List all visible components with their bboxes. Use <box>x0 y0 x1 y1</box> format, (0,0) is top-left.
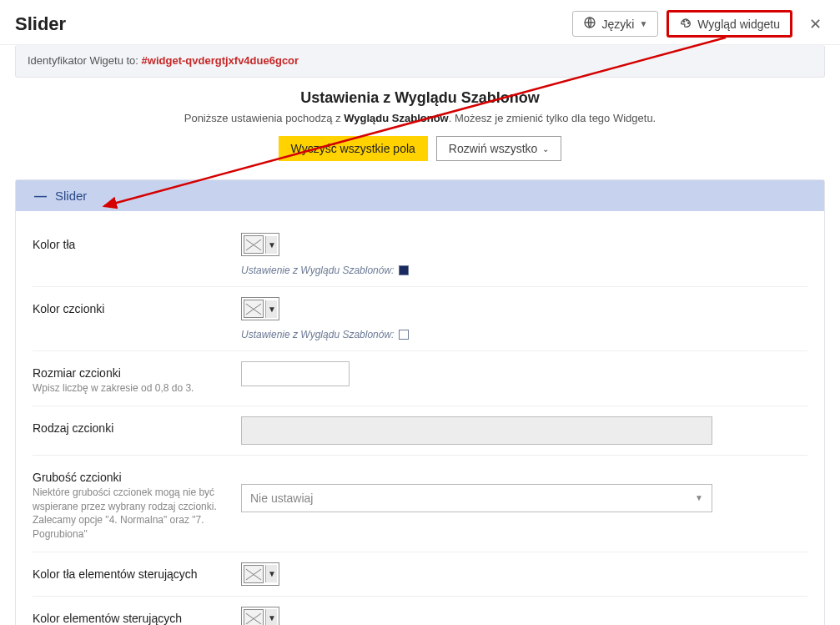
dropdown-arrow-icon: ▼ <box>265 565 277 582</box>
font-weight-select[interactable]: Nie ustawiaj ▼ <box>241 484 712 512</box>
label-font-size: Rozmiar czcionki <box>33 366 228 380</box>
appearance-label: Wygląd widgetu <box>697 18 780 31</box>
template-swatch-navy-icon <box>399 265 409 275</box>
topbar-actions: Języki ▼ Wygląd widgetu ✕ <box>572 10 825 38</box>
widget-appearance-button[interactable]: Wygląd widgetu <box>666 10 792 38</box>
label-font-color: Kolor czcionki <box>33 302 228 315</box>
topbar: Slider Języki ▼ Wygląd widgetu ✕ <box>0 0 840 45</box>
sub-after: . Możesz je zmienić tylko dla tego Widge… <box>449 112 656 124</box>
paint-icon <box>679 16 692 32</box>
widget-id-label: Identyfikator Wigetu to: <box>28 54 142 67</box>
dropdown-arrow-icon: ▼ <box>265 236 277 254</box>
font-color-note-text: Ustawienie z Wyglądu Szablonów: <box>241 329 394 340</box>
slider-panel-header[interactable]: — Slider <box>16 180 824 211</box>
hint-font-weight: Niektóre grubości czcionek mogą nie być … <box>33 486 228 542</box>
clear-all-button[interactable]: Wyczyść wszystkie pola <box>279 136 428 161</box>
bg-color-note-text: Ustawienie z Wyglądu Szablonów: <box>241 265 394 276</box>
empty-swatch-icon <box>244 609 264 625</box>
languages-button[interactable]: Języki ▼ <box>572 11 658 37</box>
dropdown-arrow-icon: ▼ <box>265 609 277 625</box>
label-ctrl-bg: Kolor tła elementów sterujących <box>33 567 228 581</box>
row-ctrl-bg: Kolor tła elementów sterujących ▼ <box>33 552 807 596</box>
settings-subheading: Poniższe ustawienia pochodzą z Wyglądu S… <box>15 112 825 124</box>
template-swatch-blank-icon <box>399 330 409 340</box>
dropdown-arrow-icon: ▼ <box>265 300 277 318</box>
svg-point-3 <box>688 23 689 23</box>
label-font-weight: Grubość czcionki <box>33 471 228 484</box>
ctrl-bg-color-picker[interactable]: ▼ <box>241 562 279 586</box>
empty-swatch-icon <box>244 565 264 583</box>
collapse-icon: — <box>34 189 47 203</box>
slider-panel: — Slider Kolor tła ▼ Ustawienie z Wygląd… <box>15 179 825 625</box>
svg-point-1 <box>684 21 685 22</box>
label-font-family: Rodzaj czcionki <box>33 421 228 435</box>
empty-swatch-icon <box>244 235 264 254</box>
slider-panel-body: Kolor tła ▼ Ustawienie z Wyglądu Szablon… <box>16 211 824 625</box>
row-font-weight: Grubość czcionki Niektóre grubości czcio… <box>33 455 807 552</box>
globe-icon <box>583 16 596 32</box>
chevron-down-icon: ⌄ <box>542 144 549 154</box>
font-color-note: Ustawienie z Wyglądu Szablonów: <box>241 329 807 340</box>
widget-id-value: #widget-qvdergtjxfv4due6gcor <box>142 54 299 67</box>
bg-color-picker[interactable]: ▼ <box>241 233 279 256</box>
sub-before: Poniższe ustawienia pochodzą z <box>184 112 345 124</box>
font-size-input[interactable] <box>241 361 350 386</box>
languages-label: Języki <box>601 18 634 31</box>
expand-all-label: Rozwiń wszystko <box>449 142 538 155</box>
row-font-color: Kolor czcionki ▼ Ustawienie z Wyglądu Sz… <box>33 286 807 350</box>
font-weight-placeholder: Nie ustawiaj <box>250 491 313 505</box>
label-ctrl-fg: Kolor elementów sterujących <box>33 612 228 625</box>
row-ctrl-fg: Kolor elementów sterujących ▼ <box>33 596 807 625</box>
row-font-family: Rodzaj czcionki <box>33 406 807 455</box>
caret-down-icon: ▼ <box>639 19 647 28</box>
font-color-picker[interactable]: ▼ <box>241 297 279 320</box>
empty-swatch-icon <box>244 300 264 318</box>
sub-bold: Wyglądu Szablonów <box>344 112 448 124</box>
page-title: Slider <box>15 13 66 35</box>
expand-all-button[interactable]: Rozwiń wszystko ⌄ <box>436 136 562 161</box>
font-family-input[interactable] <box>241 416 712 445</box>
row-font-size: Rozmiar czcionki Wpisz liczbę w zakresie… <box>33 350 807 406</box>
bg-color-note: Ustawienie z Wyglądu Szablonów: <box>241 265 807 276</box>
hint-font-size: Wpisz liczbę w zakresie od 0,8 do 3. <box>33 381 228 396</box>
settings-heading-text: Ustawienia z Wyglądu Szablonów <box>15 89 825 107</box>
row-bg-color: Kolor tła ▼ Ustawienie z Wyglądu Szablon… <box>33 233 807 286</box>
caret-down-icon: ▼ <box>695 493 703 502</box>
close-button[interactable]: ✕ <box>806 15 825 33</box>
settings-heading: Ustawienia z Wyglądu Szablonów <box>15 89 825 107</box>
slider-panel-title: Slider <box>55 189 87 203</box>
ctrl-fg-color-picker[interactable]: ▼ <box>241 607 279 625</box>
widget-id-box: Identyfikator Wigetu to: #widget-qvdergt… <box>15 45 825 78</box>
svg-point-2 <box>687 20 687 21</box>
settings-actions: Wyczyść wszystkie pola Rozwiń wszystko ⌄ <box>15 136 825 161</box>
label-bg-color: Kolor tła <box>33 238 228 251</box>
main-scroll[interactable]: Identyfikator Wigetu to: #widget-qvdergt… <box>0 45 840 625</box>
